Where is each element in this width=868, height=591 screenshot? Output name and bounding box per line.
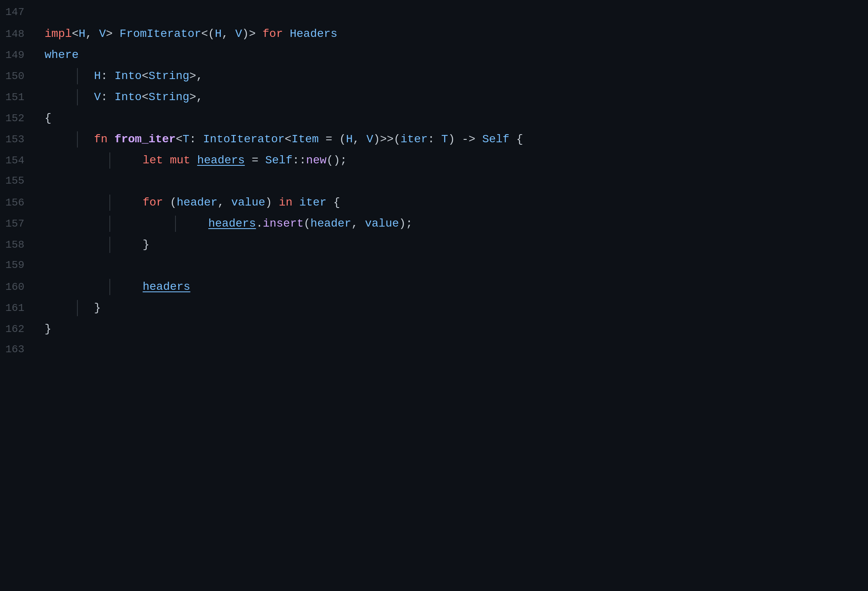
code-line-158: 158 } [0,236,868,257]
code-line-151: 151 V: Into<String>, [0,88,868,109]
line-number-154: 154 [0,152,36,169]
code-line-160: 160 headers [0,278,868,299]
code-line-161: 161 } [0,299,868,320]
line-number-162: 162 [0,321,36,337]
line-number-163: 163 [0,341,36,358]
line-number-148: 148 [0,26,36,42]
code-line-162: 162 } [0,320,868,341]
line-number-150: 150 [0,68,36,84]
code-line-154: 154 let mut headers = Self::new(); [0,152,868,173]
line-number-158: 158 [0,237,36,253]
code-line-149: 149 where [0,46,868,67]
code-line-152: 152 { [0,109,868,131]
line-number-149: 149 [0,47,36,63]
line-number-159: 159 [0,257,36,273]
line-content-160: headers [36,278,868,296]
code-line-156: 156 for (header, value) in iter { [0,194,868,215]
line-content-162: } [36,320,868,338]
code-line-147: 147 [0,4,868,25]
line-content-151: V: Into<String>, [36,88,868,106]
code-editor: 147 148 impl<H, V> FromIterator<(H, V)> … [0,0,868,366]
line-number-147: 147 [0,4,36,20]
line-number-155: 155 [0,173,36,189]
code-line-157: 157 headers.insert(header, value); [0,215,868,236]
line-number-152: 152 [0,110,36,126]
code-line-153: 153 fn from_iter<T: IntoIterator<Item = … [0,131,868,152]
line-content-152: { [36,109,868,127]
code-line-159: 159 [0,257,868,278]
line-content-161: } [36,299,868,317]
line-content-154: let mut headers = Self::new(); [36,152,868,169]
line-content-149: where [36,46,868,64]
line-content-150: H: Into<String>, [36,67,868,85]
code-line-163: 163 [0,341,868,362]
line-number-156: 156 [0,195,36,211]
line-number-160: 160 [0,279,36,295]
line-number-161: 161 [0,300,36,316]
line-content-156: for (header, value) in iter { [36,194,868,211]
line-number-151: 151 [0,89,36,105]
line-number-157: 157 [0,216,36,232]
line-content-158: } [36,236,868,253]
line-number-153: 153 [0,131,36,148]
code-line-155: 155 [0,173,868,194]
code-line-148: 148 impl<H, V> FromIterator<(H, V)> for … [0,25,868,46]
line-content-148: impl<H, V> FromIterator<(H, V)> for Head… [36,25,868,43]
line-content-157: headers.insert(header, value); [36,215,868,232]
line-content-153: fn from_iter<T: IntoIterator<Item = (H, … [36,131,868,148]
code-line-150: 150 H: Into<String>, [0,67,868,88]
